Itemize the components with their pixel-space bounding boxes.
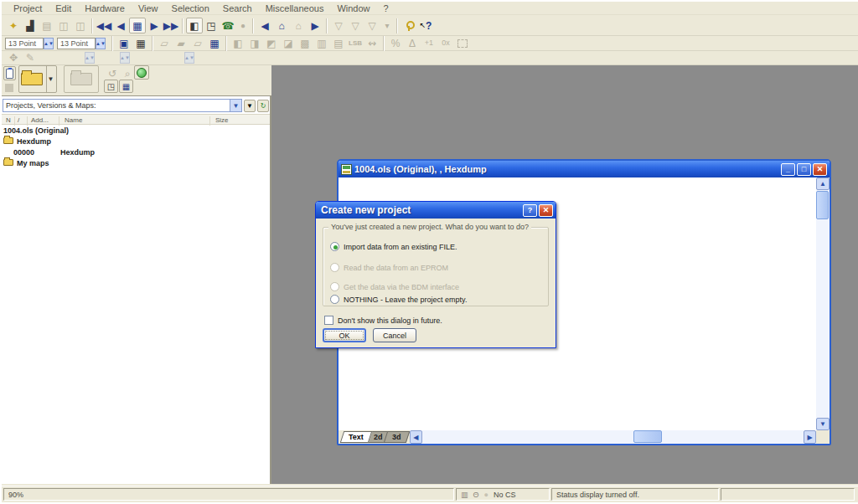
view-pair-1-icon[interactable]: ◩ (263, 35, 280, 51)
tab-text[interactable]: Text (340, 431, 372, 443)
hexdump-window-titlebar[interactable]: 1004.ols (Original), , Hexdump _ □ ✕ (339, 161, 830, 177)
view-16bit-icon[interactable]: ◨ (246, 35, 263, 51)
tree-refresh-button[interactable]: ↻ (257, 100, 269, 112)
menu-window[interactable]: Window (330, 3, 376, 14)
context-help-icon[interactable]: ↖? (417, 18, 434, 33)
open-project-icon[interactable]: ▟ (22, 18, 39, 33)
column-name[interactable]: Name (65, 116, 82, 124)
phone-icon[interactable]: ☎ (220, 18, 236, 33)
next-version-icon[interactable]: ▶ (146, 18, 163, 33)
tree-row-my-maps-folder[interactable]: My maps (2, 158, 270, 169)
spinner-arrows-icon[interactable]: ▲▼ (96, 38, 106, 49)
horizontal-scroll-thumb[interactable] (633, 430, 662, 443)
globe-button[interactable] (134, 65, 149, 80)
window-prev-icon[interactable]: ◫ (55, 18, 72, 33)
home-disabled-icon[interactable]: ⌂ (290, 18, 307, 33)
tool-b-icon[interactable]: ✎ (22, 50, 39, 66)
home-icon[interactable]: ⌂ (273, 18, 290, 33)
hex-display-icon[interactable]: 0x (437, 35, 454, 51)
tree-view-combo[interactable]: Projects, Versions & Maps: ▼ (3, 99, 242, 112)
image-preview-button[interactable]: ▦ (119, 80, 133, 93)
grid-icon[interactable]: ▦ (132, 35, 149, 51)
clipboard-button[interactable] (3, 66, 16, 80)
menu-help[interactable]: ? (377, 3, 395, 14)
option-import-file[interactable]: Import data from an existing FILE. (330, 242, 457, 251)
column-size[interactable]: Size (215, 116, 229, 124)
axis-a-icon[interactable]: ▱ (156, 35, 173, 51)
maximize-button[interactable]: □ (797, 163, 811, 176)
menu-selection[interactable]: Selection (165, 3, 216, 14)
delta-icon[interactable]: Δ (404, 35, 421, 51)
cancel-button[interactable]: Cancel (373, 328, 416, 342)
rows-icon[interactable]: ▤ (330, 35, 347, 51)
grid-small-icon[interactable]: ▩ (297, 35, 313, 51)
spinner-disabled-icon[interactable]: ▲▼ (120, 52, 130, 64)
point-size-2-value[interactable]: 13 Point (57, 38, 96, 49)
tab-3d[interactable]: 3d (384, 431, 410, 443)
checkbox-icon[interactable] (324, 316, 333, 325)
vertical-scroll-thumb[interactable] (816, 191, 829, 219)
menu-view[interactable]: View (132, 3, 165, 14)
minimize-button[interactable]: _ (781, 163, 795, 176)
menu-miscellaneous[interactable]: Miscellaneous (259, 3, 331, 14)
scroll-right-icon[interactable]: ▶ (804, 430, 816, 444)
menu-hardware[interactable]: Hardware (78, 3, 132, 14)
forward-icon[interactable]: ▶ (307, 18, 323, 33)
last-version-icon[interactable]: ▶▶ (163, 18, 179, 33)
radio-selected-icon[interactable] (330, 242, 339, 251)
search-document-icon[interactable]: ◳ (203, 18, 220, 33)
tree-row-project[interactable]: 1004.ols (Original) (2, 126, 270, 136)
dialog-help-button[interactable]: ? (523, 204, 537, 217)
column-n[interactable]: N (6, 116, 11, 124)
tree-column-header[interactable]: N / Add... Name Size (2, 114, 270, 125)
horizontal-scrollbar[interactable]: ◀ ▶ (410, 430, 816, 444)
column-slash[interactable]: / (18, 116, 19, 124)
view-pair-2-icon[interactable]: ◪ (280, 35, 297, 51)
import-project-button[interactable] (64, 65, 99, 93)
open-dropdown-icon[interactable]: ▼ (46, 66, 55, 92)
lsb-icon[interactable]: LSB (347, 35, 364, 51)
dont-show-checkbox[interactable]: Don't show this dialog in future. (324, 316, 442, 325)
point-size-1-stepper[interactable]: 13 Point ▲▼ (5, 38, 54, 49)
window-blue-icon[interactable]: ▣ (116, 35, 132, 51)
tree-filter-button[interactable]: ▼ (244, 100, 256, 112)
point-size-1-value[interactable]: 13 Point (5, 38, 44, 49)
option-nothing[interactable]: NOTHING - Leave the project empty. (330, 295, 467, 304)
print-icon[interactable]: ▤ (39, 18, 55, 33)
column-add[interactable]: Add... (31, 116, 49, 124)
vertical-scrollbar[interactable]: ▲ ▼ (816, 177, 830, 430)
back-icon[interactable]: ◀ (256, 18, 273, 33)
percent-icon[interactable]: % (387, 35, 404, 51)
spinner-disabled-icon[interactable]: ▲▼ (85, 52, 95, 64)
ok-button[interactable]: OK (323, 328, 366, 342)
tool-a-icon[interactable]: ✥ (5, 50, 22, 66)
menu-edit[interactable]: Edit (49, 3, 78, 14)
first-version-icon[interactable]: ◀◀ (96, 18, 112, 33)
new-project-icon[interactable]: ✦ (5, 18, 22, 33)
selection-frame-icon[interactable] (454, 35, 471, 51)
option-read-eprom[interactable]: Read the data from an EPROM (330, 263, 448, 272)
spinner-arrows-icon[interactable]: ▲▼ (44, 38, 54, 49)
close-button[interactable]: ✕ (813, 163, 827, 176)
option-bdm-interface[interactable]: Get the data via the BDM interface (330, 282, 459, 291)
filter-2-icon[interactable]: ▽ (347, 18, 364, 33)
page-export-button[interactable]: ◳ (104, 80, 118, 93)
tree-row-hexdump-folder[interactable]: Hexdump (2, 136, 270, 147)
columns-icon[interactable]: ▥ (313, 35, 330, 51)
record-icon[interactable]: ● (236, 18, 250, 33)
combo-dropdown-icon[interactable]: ▼ (230, 100, 241, 111)
spinner-disabled-icon[interactable]: ▲▼ (184, 52, 194, 64)
axis-b-icon[interactable]: ▰ (173, 35, 189, 51)
scroll-left-icon[interactable]: ◀ (410, 430, 422, 444)
window-next-icon[interactable]: ◫ (72, 18, 89, 33)
scroll-down-icon[interactable]: ▼ (816, 418, 830, 430)
view-8bit-icon[interactable]: ◧ (230, 35, 246, 51)
radio-icon[interactable] (330, 295, 339, 304)
point-size-2-stepper[interactable]: 13 Point ▲▼ (57, 38, 106, 49)
scroll-up-icon[interactable]: ▲ (816, 177, 830, 190)
filter-3-icon[interactable]: ▽ (364, 18, 380, 33)
table-blue-icon[interactable]: ▦ (206, 35, 223, 51)
map-list-icon[interactable]: ◧ (186, 18, 203, 33)
key-icon[interactable] (401, 18, 417, 33)
tree-row-hexdump-version[interactable]: 00000 Hexdump (2, 147, 270, 158)
